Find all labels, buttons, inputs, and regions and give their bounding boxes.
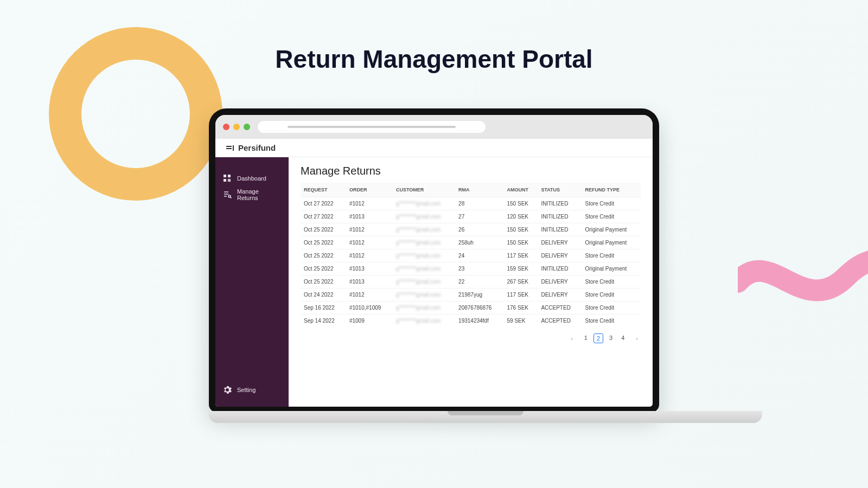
pagination-page[interactable]: 4	[618, 333, 627, 343]
window-controls	[223, 124, 250, 130]
cell-request: Oct 24 2022	[301, 288, 346, 301]
cell-request: Oct 27 2022	[301, 210, 346, 223]
gear-icon	[223, 386, 232, 394]
svg-rect-0	[224, 175, 226, 177]
cell-order: #1012	[346, 223, 393, 236]
cell-status: ACCEPTED	[538, 301, 582, 314]
cell-rma: 26	[455, 223, 503, 236]
col-customer[interactable]: CUSTOMER	[393, 183, 455, 197]
table-row[interactable]: Oct 25 2022#1012g********gmail.com258uh1…	[301, 236, 641, 249]
sidebar-item-label: Setting	[237, 387, 256, 393]
cell-amount: 267 SEK	[504, 275, 538, 288]
pagination-page[interactable]: 2	[593, 333, 603, 343]
sidebar-item-setting[interactable]: Setting	[223, 383, 281, 397]
svg-point-6	[228, 195, 231, 197]
pagination: ‹ 1234 ›	[301, 332, 641, 344]
table-row[interactable]: Sep 16 2022#1010,#1009g********gmail.com…	[301, 301, 641, 314]
cell-amount: 117 SEK	[504, 288, 538, 301]
table-row[interactable]: Oct 25 2022#1012g********gmail.com24117 …	[301, 249, 641, 262]
cell-order: #1013	[346, 262, 393, 275]
cell-amount: 117 SEK	[504, 249, 538, 262]
table-row[interactable]: Oct 27 2022#1012g********gmail.com28150 …	[301, 197, 641, 210]
table-row[interactable]: Oct 27 2022#1013g********gmail.com27120 …	[301, 210, 641, 223]
cell-customer: g********gmail.com	[393, 249, 455, 262]
cell-rma: 27	[455, 210, 503, 223]
col-status[interactable]: STATUS	[538, 183, 582, 197]
cell-order: #1009	[346, 314, 393, 328]
page-title: Manage Returns	[301, 165, 641, 177]
col-order[interactable]: ORDER	[346, 183, 393, 197]
url-bar[interactable]	[258, 121, 486, 133]
cell-rma: 19314234fdf	[455, 314, 503, 328]
cell-refund-type: Store Credit	[582, 314, 641, 328]
table-row[interactable]: Oct 25 2022#1013g********gmail.com22267 …	[301, 275, 641, 288]
table-row[interactable]: Oct 25 2022#1012g********gmail.com26150 …	[301, 223, 641, 236]
close-window-icon[interactable]	[223, 124, 229, 130]
cell-request: Oct 25 2022	[301, 262, 346, 275]
minimize-window-icon[interactable]	[233, 124, 240, 130]
table-row[interactable]: Sep 14 2022#1009g********gmail.com193142…	[301, 314, 641, 328]
svg-rect-3	[229, 180, 231, 182]
sidebar-item-label: Manage Returns	[237, 188, 281, 201]
cell-customer: g********gmail.com	[393, 288, 455, 301]
pagination-page[interactable]: 3	[607, 333, 615, 343]
svg-rect-2	[224, 179, 226, 182]
cell-customer: g********gmail.com	[393, 314, 455, 328]
table-row[interactable]: Oct 25 2022#1013g********gmail.com23159 …	[301, 262, 641, 275]
cell-status: INITILIZED	[538, 262, 582, 275]
cell-amount: 150 SEK	[504, 236, 538, 249]
col-rma[interactable]: RMA	[455, 183, 503, 197]
maximize-window-icon[interactable]	[244, 124, 250, 130]
cell-order: #1013	[346, 275, 393, 288]
laptop-base	[209, 411, 762, 423]
laptop-mockup: Persifund Dashboard	[209, 108, 659, 423]
cell-order: #1012	[346, 288, 393, 301]
cell-order: #1013	[346, 210, 393, 223]
cell-refund-type: Original Payment	[582, 262, 641, 275]
cell-customer: g********gmail.com	[393, 223, 455, 236]
svg-rect-5	[228, 179, 231, 180]
col-refund-type[interactable]: REFUND TYPE	[582, 183, 641, 197]
grid-icon	[223, 174, 232, 183]
cell-order: #1010,#1009	[346, 301, 393, 314]
brand-name: Persifund	[238, 143, 276, 152]
pagination-next[interactable]: ›	[633, 334, 641, 343]
cell-rma: 23	[455, 262, 503, 275]
cell-refund-type: Store Credit	[582, 275, 641, 288]
table-row[interactable]: Oct 24 2022#1012g********gmail.com21987y…	[301, 288, 641, 301]
cell-amount: 150 SEK	[504, 223, 538, 236]
cell-customer: g********gmail.com	[393, 210, 455, 223]
cell-refund-type: Store Credit	[582, 210, 641, 223]
cell-status: DELIVERY	[538, 249, 582, 262]
pagination-prev[interactable]: ‹	[568, 334, 576, 343]
sidebar-item-label: Dashboard	[237, 175, 266, 182]
cell-request: Oct 25 2022	[301, 275, 346, 288]
sidebar-item-manage-returns[interactable]: Manage Returns	[215, 185, 289, 204]
pagination-page[interactable]: 1	[582, 333, 590, 343]
cell-rma: 28	[455, 197, 503, 210]
brand-logo-icon	[226, 144, 236, 152]
col-amount[interactable]: AMOUNT	[504, 183, 538, 197]
cell-customer: g********gmail.com	[393, 275, 455, 288]
decorative-circle	[49, 27, 222, 201]
cell-status: INITILIZED	[538, 223, 582, 236]
cell-refund-type: Original Payment	[582, 236, 641, 249]
cell-status: DELIVERY	[538, 275, 582, 288]
cell-request: Sep 16 2022	[301, 301, 346, 314]
hero-title: Return Management Portal	[275, 44, 592, 74]
col-request[interactable]: REQUEST	[301, 183, 346, 197]
cell-order: #1012	[346, 249, 393, 262]
cell-rma: 21987yug	[455, 288, 503, 301]
sidebar-item-dashboard[interactable]: Dashboard	[215, 171, 289, 185]
cell-status: INITILIZED	[538, 210, 582, 223]
decorative-wave	[738, 239, 868, 325]
cell-customer: g********gmail.com	[393, 236, 455, 249]
cell-status: INITILIZED	[538, 197, 582, 210]
cell-refund-type: Original Payment	[582, 223, 641, 236]
cell-status: DELIVERY	[538, 288, 582, 301]
cell-rma: 258uh	[455, 236, 503, 249]
cell-amount: 176 SEK	[504, 301, 538, 314]
cell-amount: 120 SEK	[504, 210, 538, 223]
cell-customer: g********gmail.com	[393, 301, 455, 314]
returns-table: REQUEST ORDER CUSTOMER RMA AMOUNT STATUS…	[301, 183, 641, 327]
